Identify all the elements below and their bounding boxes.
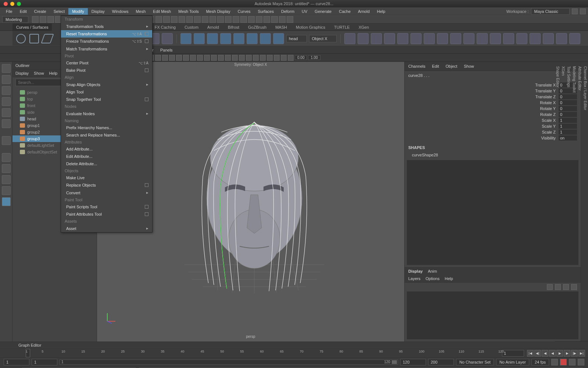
panel-tool-icon-19[interactable] bbox=[232, 55, 238, 61]
workspace-selector[interactable]: Maya Classic bbox=[531, 8, 570, 15]
status-icon-33[interactable] bbox=[287, 16, 293, 23]
menu-mesh-display[interactable]: Mesh Display bbox=[202, 8, 234, 15]
shelf-tool-icon-1[interactable] bbox=[358, 33, 369, 44]
status-icon-18[interactable] bbox=[171, 16, 178, 23]
workspace-settings-icon[interactable] bbox=[572, 8, 578, 14]
menu-curves[interactable]: Curves bbox=[234, 8, 254, 15]
panel-tool-icon-21[interactable] bbox=[246, 55, 252, 61]
paint-select-tool-icon[interactable] bbox=[2, 86, 11, 95]
menu-item-replace-objects[interactable]: Replace Objects bbox=[61, 181, 152, 189]
channel-box-object-name[interactable]: curve28 . . . bbox=[405, 71, 581, 80]
menu-generate[interactable]: Generate bbox=[311, 8, 335, 15]
menu-item-add-attribute-[interactable]: Add Attribute... bbox=[61, 145, 152, 153]
menu-item-prefix-hierarchy-names-[interactable]: Prefix Hierarchy Names... bbox=[61, 124, 152, 131]
layer-tab-anim[interactable]: Anim bbox=[428, 269, 437, 273]
menu-mesh-tools[interactable]: Mesh Tools bbox=[175, 8, 202, 15]
menu-item-evaluate-nodes[interactable]: Evaluate Nodes▸ bbox=[61, 110, 152, 117]
layout-4-icon[interactable] bbox=[2, 197, 11, 206]
panel-tool-icon-15[interactable] bbox=[204, 55, 210, 61]
panel-tool-icon-20[interactable] bbox=[239, 55, 245, 61]
panel-menu-panels[interactable]: Panels bbox=[160, 48, 173, 52]
close-window-icon[interactable] bbox=[4, 2, 8, 6]
layout-1-icon[interactable] bbox=[2, 164, 11, 173]
menu-item-delete-attribute-[interactable]: Delete Attribute... bbox=[61, 160, 152, 167]
snap-icon[interactable] bbox=[2, 153, 11, 162]
shelf-tool-icon-16[interactable] bbox=[556, 33, 567, 44]
range-start-outer[interactable]: 1 bbox=[4, 359, 29, 365]
menu-display[interactable]: Display bbox=[88, 8, 108, 15]
workspace-reset-icon[interactable] bbox=[580, 8, 586, 14]
panel-tool-icon-16[interactable] bbox=[211, 55, 217, 61]
graph-editor-bar[interactable]: Graph Editor bbox=[0, 342, 588, 349]
range-start-inner[interactable]: 1 bbox=[32, 359, 57, 365]
time-slider[interactable]: 1510152025303540455055606570758085909510… bbox=[0, 349, 588, 358]
prefs-icon[interactable] bbox=[578, 359, 584, 365]
panel-tool-icon-13[interactable] bbox=[190, 55, 196, 61]
right-tab-channel-box-layer-editor[interactable]: Channel Box / Layer Editor bbox=[582, 62, 588, 342]
status-icon-25[interactable] bbox=[225, 16, 232, 23]
menu-mesh[interactable]: Mesh bbox=[132, 8, 149, 15]
status-icon-0[interactable] bbox=[32, 16, 39, 23]
menu-item-edit-attribute-[interactable]: Edit Attribute... bbox=[61, 153, 152, 160]
panel-tool-icon-24[interactable] bbox=[267, 55, 273, 61]
layer-menu-layers[interactable]: Layers bbox=[408, 276, 420, 281]
auto-key-icon[interactable] bbox=[560, 359, 567, 365]
right-tab-attribute-editor[interactable]: Attribute Editor bbox=[577, 62, 582, 342]
set-key-icon[interactable] bbox=[569, 359, 576, 365]
right-tab-modeling-toolkit[interactable]: Modeling Toolkit bbox=[571, 62, 577, 342]
status-icon-26[interactable] bbox=[233, 16, 239, 23]
shelf-tool-icon-7[interactable] bbox=[437, 33, 448, 44]
menu-item-center-pivot[interactable]: Center Pivot⌥⇧A bbox=[61, 59, 152, 67]
status-icon-16[interactable] bbox=[155, 16, 162, 23]
loop-icon[interactable] bbox=[551, 359, 558, 365]
menu-cache[interactable]: Cache bbox=[335, 8, 354, 15]
menu-file[interactable]: File bbox=[2, 8, 16, 15]
select-tool-icon[interactable] bbox=[2, 64, 11, 73]
layer-tab-display[interactable]: Display bbox=[408, 269, 423, 273]
chbox-menu-edit[interactable]: Edit bbox=[432, 64, 439, 68]
menu-item-reset-transformations[interactable]: Reset Transformations⌥⇧A bbox=[61, 30, 152, 38]
menu-windows[interactable]: Windows bbox=[108, 8, 132, 15]
layout-2-icon[interactable] bbox=[2, 175, 11, 184]
current-frame-field[interactable]: 1 bbox=[502, 350, 524, 357]
menu-modify[interactable]: Modify bbox=[68, 8, 87, 15]
shelf-tool-icon-5[interactable] bbox=[410, 33, 422, 44]
menu-item-search-and-replace-names-[interactable]: Search and Replace Names... bbox=[61, 131, 152, 139]
fps-dropdown[interactable]: 24 fps bbox=[531, 359, 549, 365]
panel-value-a[interactable]: 0.00 bbox=[295, 55, 307, 60]
menu-option-box-icon[interactable] bbox=[145, 68, 148, 72]
status-icon-31[interactable] bbox=[271, 16, 278, 23]
menu-arnold[interactable]: Arnold bbox=[354, 8, 373, 15]
shelf-tab-label[interactable]: Curves / Surfaces bbox=[12, 24, 52, 31]
shelf-history-icon-5[interactable] bbox=[162, 33, 173, 44]
panel-tool-icon-23[interactable] bbox=[260, 55, 266, 61]
panel-tool-icon-12[interactable] bbox=[183, 55, 189, 61]
status-icon-2[interactable] bbox=[47, 16, 54, 23]
menu-edit[interactable]: Edit bbox=[16, 8, 31, 15]
shelf-primitive-icon-1[interactable] bbox=[194, 33, 205, 44]
menu-item-snap-together-tool[interactable]: Snap Together Tool bbox=[61, 96, 152, 103]
lasso-tool-icon[interactable] bbox=[2, 75, 11, 84]
shelf-primitive-icon-3[interactable] bbox=[220, 33, 231, 44]
shelf-tool-icon-14[interactable] bbox=[530, 33, 541, 44]
go-end-icon[interactable]: ▶| bbox=[578, 350, 585, 357]
last-tool-icon[interactable] bbox=[2, 136, 11, 145]
chbox-menu-channels[interactable]: Channels bbox=[408, 64, 425, 68]
move-tool-icon[interactable] bbox=[2, 97, 11, 106]
shelf-tool-icon-3[interactable] bbox=[384, 33, 395, 44]
status-icon-32[interactable] bbox=[279, 16, 286, 23]
time-ruler[interactable]: 1510152025303540455055606570758085909510… bbox=[26, 349, 498, 357]
status-icon-27[interactable] bbox=[240, 16, 247, 23]
shelf-tool-icon-6[interactable] bbox=[424, 33, 435, 44]
play-back-icon[interactable]: ◀ bbox=[549, 350, 556, 357]
play-fwd-icon[interactable]: ▶ bbox=[556, 350, 563, 357]
layer-menu-help[interactable]: Help bbox=[445, 276, 453, 281]
range-end-outer[interactable]: 200 bbox=[428, 359, 454, 365]
step-back-icon[interactable]: ◀ bbox=[542, 350, 548, 357]
status-icon-30[interactable] bbox=[263, 16, 270, 23]
menu-item-transformation-tools[interactable]: Transformation Tools▸ bbox=[61, 22, 152, 30]
layout-3-icon[interactable] bbox=[2, 186, 11, 195]
shelf-tab-xgen[interactable]: XGen bbox=[359, 25, 369, 29]
menu-item-freeze-transformations[interactable]: Freeze Transformations⌥⇧S bbox=[61, 38, 152, 45]
menu-item-match-transformations[interactable]: Match Transformations▸ bbox=[61, 45, 152, 53]
